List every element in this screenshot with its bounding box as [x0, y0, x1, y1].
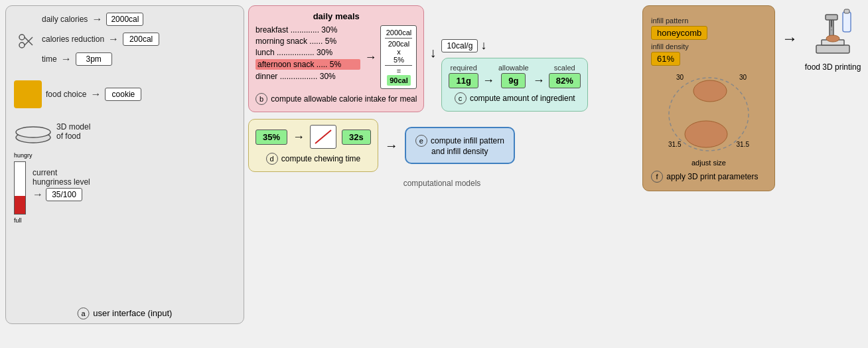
- hungry-label: hungry: [14, 152, 33, 159]
- panel-f: infill pattern honeycomb infill density …: [642, 5, 775, 191]
- meals-layout: breakfast ............. 30% morning snac…: [255, 25, 417, 89]
- scaled-box: 82%: [549, 73, 581, 88]
- panel-b-title: daily meals: [255, 11, 417, 21]
- svg-point-9: [685, 121, 727, 147]
- food-icon: [14, 80, 42, 108]
- panel-c-label: c compute amount of ingredient: [449, 92, 580, 104]
- calc-divider2: [385, 65, 412, 66]
- infill-density-value: 61%: [651, 52, 680, 66]
- hungriness-input[interactable]: 35/100: [46, 188, 82, 201]
- cookie-bottom: [683, 118, 729, 151]
- arrow-meal: →: [364, 25, 376, 89]
- arrow-c1: →: [482, 74, 494, 88]
- hunger-controls: currenthungriness level → 35/100: [33, 168, 90, 201]
- cookie-top: [692, 78, 729, 104]
- allowable-group: allowable 9g: [498, 64, 529, 88]
- arrow-to-e: →: [385, 138, 398, 153]
- scaled-group: scaled 82%: [549, 64, 581, 88]
- svg-point-1: [19, 35, 25, 40]
- time-row: time → 3pm: [42, 52, 159, 66]
- svg-point-18: [826, 35, 839, 42]
- cal-density-box: 10cal/g: [441, 39, 478, 52]
- panel-e-circle: e: [415, 135, 427, 147]
- food-3d-printing: food 3D printing: [803, 5, 863, 72]
- computational-area: daily meals breakfast ............. 30% …: [248, 5, 636, 188]
- scaled-label: scaled: [554, 64, 575, 72]
- hunger-bar-fill: [15, 196, 25, 214]
- panel-a-title: user interface (input): [93, 308, 172, 318]
- arrow-d: →: [293, 130, 305, 144]
- panel-f-label: f apply 3D print parameters: [651, 171, 766, 183]
- chew-icon: [310, 125, 336, 149]
- calories-row: daily calories → 2000cal: [42, 13, 159, 26]
- panel-d: 35% → 32s d compute chewing time: [248, 119, 378, 172]
- meal-lunch: lunch ................. 30%: [255, 48, 360, 57]
- daily-calories-row: daily calories → 2000cal calories reduct…: [14, 13, 236, 70]
- required-box: 11g: [449, 73, 478, 88]
- hungriness-label: currenthungriness level: [33, 168, 90, 187]
- calc-line2: 200cal: [388, 40, 409, 48]
- hunger-bar: [14, 161, 26, 215]
- svg-rect-13: [826, 15, 837, 20]
- panel-b-label: b compute allowable calorie intake for m…: [255, 93, 417, 105]
- comp-models-label: computational models: [248, 179, 636, 188]
- daily-calories-input[interactable]: 2000cal: [106, 13, 143, 26]
- panel-d-label: d compute chewing time: [255, 153, 371, 165]
- svg-point-0: [19, 43, 25, 48]
- top-row: daily meals breakfast ............. 30% …: [248, 5, 636, 112]
- panel-b-title-label: compute allowable calorie intake for mea…: [271, 94, 417, 104]
- printer-icon: [810, 5, 856, 58]
- dim-side1: 31.5: [668, 141, 681, 148]
- cookie-diagram: 30 30 31.5 31.5: [666, 71, 752, 157]
- time-input[interactable]: 3pm: [76, 52, 112, 66]
- required-label: required: [450, 64, 476, 72]
- panel-f-title-text: apply 3D print parameters: [666, 172, 758, 181]
- meals-list: breakfast ............. 30% morning snac…: [255, 25, 360, 89]
- chew-time-box: 32s: [342, 130, 371, 145]
- meal-morning-snack: morning snack ...... 5%: [255, 37, 360, 46]
- calories-reduction-input[interactable]: 200cal: [123, 33, 159, 46]
- infill-pattern-label: infill pattern: [651, 17, 766, 25]
- 3d-model-icon: [14, 119, 52, 144]
- meal-breakfast: breakfast ............. 30%: [255, 25, 360, 35]
- required-group: required 11g: [449, 64, 478, 88]
- panel-f-circle: f: [651, 171, 663, 183]
- svg-line-6: [315, 130, 331, 143]
- calc-line3: x: [397, 48, 401, 56]
- time-label: time: [42, 54, 57, 64]
- arrow2: →: [108, 33, 119, 45]
- model-3d-label: 3D modelof food: [56, 122, 90, 141]
- calc-divider1: [385, 38, 412, 39]
- model-3d-section: 3D modelof food: [14, 119, 236, 144]
- svg-point-5: [16, 127, 50, 137]
- calc-result: 90cal: [387, 75, 411, 86]
- panel-c: required 11g → allowable 9g → scaled 82%: [441, 58, 587, 112]
- panel-d-content: 35% → 32s: [255, 125, 371, 149]
- arrow-c2: →: [533, 74, 545, 88]
- chew-pct-box: 35%: [255, 130, 287, 145]
- hunger-section: hungry full currenthungriness level → 35…: [14, 155, 236, 215]
- arrow1: →: [92, 13, 102, 25]
- panel-d-title: compute chewing time: [281, 154, 360, 163]
- dim-side2: 31.5: [737, 141, 749, 148]
- arrow-down-b: ↓: [429, 45, 436, 60]
- panel-c-circle: c: [455, 92, 467, 104]
- panel-a-circle: a: [78, 307, 90, 319]
- food-choice-input[interactable]: cookie: [105, 88, 141, 101]
- panel-c-title: compute amount of ingredient: [470, 94, 575, 103]
- calc-line1: 2000cal: [386, 29, 412, 37]
- food-choice-label: food choice: [46, 90, 86, 99]
- calc-line5: =: [397, 67, 401, 75]
- food-3d-label: food 3D printing: [805, 62, 861, 72]
- infill-pattern-value: honeycomb: [651, 26, 707, 40]
- arrow4: →: [90, 88, 101, 100]
- panel-e-label: compute infill patternand infill density: [431, 136, 504, 156]
- calc-box: 2000cal 200cal x 5% = 90cal: [380, 25, 417, 89]
- hungriness-row: → 35/100: [33, 188, 90, 201]
- arrow3: →: [61, 53, 72, 65]
- food-choice-section: food choice → cookie: [14, 80, 236, 108]
- panel-e: e compute infill patternand infill densi…: [405, 127, 515, 164]
- calc-line4: 5%: [394, 56, 404, 64]
- panel-f-wrapper: infill pattern honeycomb infill density …: [642, 5, 775, 191]
- dim-top2: 30: [739, 74, 747, 81]
